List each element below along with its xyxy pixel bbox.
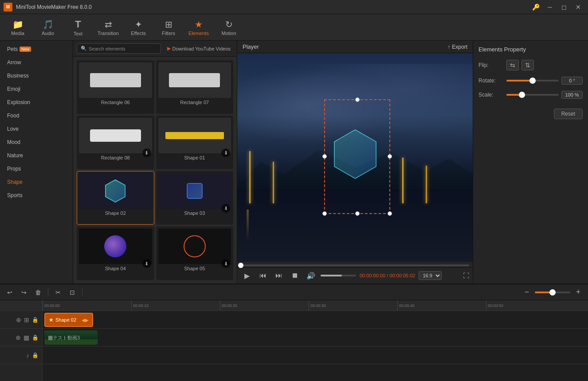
export-icon: ↑ bbox=[447, 44, 450, 50]
element-shape01[interactable]: ⬇ Shape 01 bbox=[156, 116, 234, 169]
elements-lock-icon[interactable]: 🔒 bbox=[32, 317, 39, 323]
sidebar-item-sports[interactable]: Sports bbox=[0, 189, 73, 202]
undo-button[interactable]: ↩ bbox=[4, 287, 16, 298]
shape-clip-label: Shape 02 bbox=[55, 317, 76, 323]
scale-thumb[interactable] bbox=[519, 92, 525, 98]
minimize-button[interactable]: ─ bbox=[544, 3, 556, 12]
flip-vertical-button[interactable]: ⇅ bbox=[521, 60, 534, 70]
media-tool[interactable]: 📁 Media bbox=[4, 16, 32, 39]
timeline-ruler: 00:00:00 00:00:10 00:00:20 00:00:30 00:0… bbox=[43, 300, 588, 311]
selection-box bbox=[324, 99, 390, 214]
fullscreen-button[interactable]: ⛶ bbox=[463, 272, 469, 279]
sidebar-item-nature[interactable]: Nature bbox=[0, 149, 73, 162]
timeline-content: ⊕ ⊞ 🔒 ⊕ ▦ 🔒 ♪ 🔒 00:00:00 00:00:10 00:00:… bbox=[0, 300, 588, 381]
window-controls[interactable]: 🔑 ─ ◻ ✕ bbox=[529, 3, 584, 12]
sidebar-item-business[interactable]: Business bbox=[0, 69, 73, 82]
ruler-mark-50: 00:00:50 bbox=[486, 300, 503, 311]
zoom-thumb[interactable] bbox=[549, 289, 556, 295]
text-tool[interactable]: T Text bbox=[64, 16, 92, 39]
flip-horizontal-button[interactable]: ⇆ bbox=[506, 60, 519, 70]
sidebar-item-explosion[interactable]: Explosion bbox=[0, 96, 73, 109]
key-button[interactable]: 🔑 bbox=[529, 3, 542, 12]
shape01-thumb bbox=[158, 118, 231, 153]
restore-button[interactable]: ◻ bbox=[558, 3, 570, 12]
element-rect06[interactable]: Rectangle 06 bbox=[77, 60, 154, 114]
sidebar-item-props[interactable]: Props bbox=[0, 162, 73, 175]
rotate-thumb[interactable] bbox=[529, 78, 536, 84]
close-button[interactable]: ✕ bbox=[572, 3, 584, 12]
play-button[interactable]: ▶ bbox=[241, 269, 253, 282]
sidebar-item-mood[interactable]: Mood bbox=[0, 136, 73, 149]
zoom-in-button[interactable]: + bbox=[572, 287, 584, 298]
element-shape05[interactable]: ⬇ Shape 05 bbox=[156, 226, 234, 280]
timeline-tracks: ★ Shape 02 ◀▶ ▦ テスト動画3 bbox=[43, 311, 588, 381]
redo-button[interactable]: ↪ bbox=[18, 287, 30, 298]
element-shape02[interactable]: Shape 02 bbox=[77, 171, 154, 225]
aspect-ratio-select[interactable]: 16:9 9:16 1:1 4:3 bbox=[419, 271, 442, 280]
element-shape04[interactable]: ⬇ Shape 04 bbox=[77, 226, 154, 280]
audio-tool[interactable]: 🎵 Audio bbox=[34, 16, 62, 39]
sidebar-item-pets[interactable]: Pets New bbox=[0, 43, 73, 56]
main-area: Pets New Arrow Business Emoji Explosion … bbox=[0, 41, 588, 284]
video-lock-icon[interactable]: 🔒 bbox=[32, 334, 39, 341]
zoom-out-button[interactable]: − bbox=[521, 287, 533, 298]
motion-tool[interactable]: ↻ Motion bbox=[215, 16, 243, 39]
shape05-download-btn[interactable]: ⬇ bbox=[221, 259, 230, 268]
audio-lock-icon[interactable]: 🔒 bbox=[32, 352, 39, 358]
effects-icon: ✦ bbox=[135, 19, 142, 30]
stop-button[interactable]: ⏹ bbox=[289, 269, 301, 282]
scale-slider[interactable] bbox=[506, 94, 559, 96]
handle-top[interactable] bbox=[355, 97, 360, 102]
rect08-download-btn[interactable]: ⬇ bbox=[142, 148, 151, 157]
volume-slider[interactable] bbox=[321, 275, 356, 276]
shape01-download-btn[interactable]: ⬇ bbox=[221, 148, 230, 157]
next-button[interactable]: ⏭ bbox=[273, 269, 285, 282]
shape03-download-btn[interactable]: ⬇ bbox=[221, 204, 230, 213]
rotate-slider[interactable] bbox=[506, 80, 559, 82]
cut-button[interactable]: ✂ bbox=[52, 287, 64, 298]
shape-label: Shape bbox=[7, 179, 23, 185]
crop-button[interactable]: ⊡ bbox=[66, 287, 78, 298]
sidebar-item-food[interactable]: Food bbox=[0, 109, 73, 122]
element-shape03[interactable]: ⬇ Shape 03 bbox=[156, 171, 234, 225]
progress-thumb[interactable] bbox=[238, 263, 243, 268]
media-label: Media bbox=[11, 31, 24, 36]
reset-button[interactable]: Reset bbox=[554, 109, 583, 119]
search-field[interactable]: 🔍 Search elements bbox=[77, 43, 161, 54]
export-button[interactable]: ↑ Export bbox=[447, 44, 467, 50]
add-track-icon[interactable]: ⊕ bbox=[16, 316, 21, 323]
elements-toolbar: 🔍 Search elements ▶ Download YouTube Vid… bbox=[73, 41, 237, 57]
delete-button[interactable]: 🗑 bbox=[32, 287, 44, 298]
handle-bottom-right[interactable] bbox=[388, 211, 392, 216]
filters-tool[interactable]: ⊞ Filters bbox=[154, 16, 183, 39]
progress-bar[interactable] bbox=[241, 264, 469, 266]
handle-bottom[interactable] bbox=[355, 211, 360, 216]
elements-grid: Rectangle 06 Rectangle 07 ⬇ Rectangle 08 bbox=[73, 57, 237, 284]
sidebar-item-emoji[interactable]: Emoji bbox=[0, 82, 73, 96]
svg-rect-2 bbox=[187, 183, 202, 198]
shape04-download-btn[interactable]: ⬇ bbox=[142, 259, 151, 268]
element-rect08[interactable]: ⬇ Rectangle 08 bbox=[77, 116, 154, 169]
player-header: Player ↑ Export bbox=[237, 41, 473, 53]
elements-tool[interactable]: ★ Elements bbox=[184, 16, 213, 39]
video-clip[interactable]: ▦ テスト動画3 bbox=[44, 330, 98, 345]
sidebar-item-shape[interactable]: Shape bbox=[0, 175, 73, 189]
arrow-label: Arrow bbox=[7, 59, 21, 66]
handle-left[interactable] bbox=[322, 154, 327, 159]
volume-button[interactable]: 🔊 bbox=[305, 269, 317, 282]
add-video-track-icon[interactable]: ⊕ bbox=[16, 334, 21, 341]
sidebar-item-arrow[interactable]: Arrow bbox=[0, 56, 73, 69]
transition-tool[interactable]: ⇄ Transition bbox=[94, 16, 122, 39]
prev-button[interactable]: ⏮ bbox=[257, 269, 269, 282]
zoom-track[interactable] bbox=[535, 292, 570, 293]
elements-panel: 🔍 Search elements ▶ Download YouTube Vid… bbox=[73, 41, 237, 284]
sidebar-item-love[interactable]: Love bbox=[0, 122, 73, 136]
youtube-download-button[interactable]: ▶ Download YouTube Videos bbox=[165, 44, 234, 53]
elements-icon: ★ bbox=[195, 19, 203, 30]
element-rect07[interactable]: Rectangle 07 bbox=[156, 60, 234, 114]
shape02-clip[interactable]: ★ Shape 02 ◀▶ bbox=[44, 313, 93, 327]
scale-controls: 100 % bbox=[506, 91, 583, 99]
new-badge: New bbox=[20, 47, 31, 52]
effects-tool[interactable]: ✦ Effects bbox=[124, 16, 153, 39]
sports-label: Sports bbox=[7, 192, 23, 198]
